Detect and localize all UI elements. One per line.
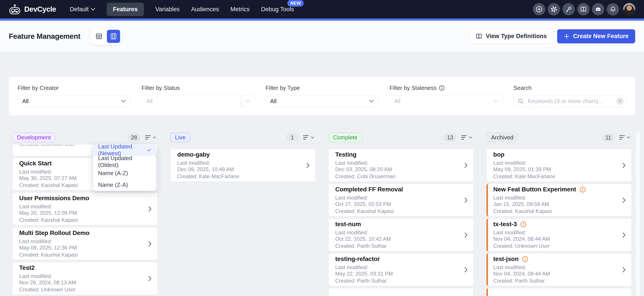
created-by: Created: Kaushal Kapasi	[19, 182, 78, 188]
filter-status-select[interactable]: All	[142, 95, 254, 107]
last-modified-date: Nov 04, 2024, 08:44 AM	[493, 271, 550, 277]
stale-warning-icon	[580, 186, 586, 193]
search-icon	[518, 98, 524, 105]
feature-title-row: New Feat Button Experiment	[493, 186, 586, 193]
info-icon[interactable]	[439, 85, 445, 91]
user-avatar[interactable]	[623, 3, 636, 16]
table-view-button[interactable]	[92, 30, 106, 43]
feature-title-row: bop	[493, 151, 555, 158]
project-selector[interactable]: Default	[70, 6, 96, 13]
feature-card[interactable]: New Feat Button Experiment Last modified…	[486, 184, 632, 217]
filter-type-value: All	[270, 98, 369, 105]
column-sort-button[interactable]	[618, 133, 632, 142]
page-title: Feature Management	[9, 32, 80, 40]
check-icon	[147, 148, 151, 152]
view-toggle	[90, 28, 122, 45]
feature-card[interactable]: User Permissions Demo Last modified: May…	[12, 193, 158, 225]
api-keys-button[interactable]	[562, 3, 575, 15]
sort-lines-icon	[303, 135, 309, 140]
search-field-wrap	[514, 95, 626, 107]
open-feature-chevron-icon	[148, 206, 152, 212]
docs-button[interactable]	[577, 3, 590, 15]
last-modified-label: Last modified:	[177, 160, 239, 166]
devcycle-logo[interactable]: DevCycle	[8, 4, 56, 14]
last-modified-date: May 09, 2025, 01:39 PM	[493, 166, 555, 172]
nav-item-metrics[interactable]: Metrics	[230, 6, 250, 13]
sort-option-name-za[interactable]: Name (Z-A)	[93, 179, 156, 191]
feature-card[interactable]: test-json Last modified: Nov 04, 2024, 0…	[486, 253, 632, 286]
column-status-badge: Live	[170, 133, 190, 142]
create-new-feature-label: Create New Feature	[573, 33, 628, 40]
last-modified-date: Oct 27, 2025, 02:53 PM	[335, 201, 403, 207]
sort-lines-icon	[145, 135, 151, 140]
feature-card[interactable]: Completed FF Removal Last modified: Oct …	[328, 184, 474, 217]
notifications-button[interactable]	[607, 3, 619, 15]
sort-option-name-az[interactable]: Name (A-Z)	[93, 167, 156, 179]
feature-title: Quick Start	[19, 160, 52, 167]
filter-staleness-select[interactable]: All	[390, 95, 502, 107]
filter-creator-select[interactable]: All	[18, 95, 130, 107]
last-modified-date: Nov 04, 2024, 08:44 AM	[493, 236, 550, 242]
feature-title-row: Quick Start	[19, 160, 78, 167]
nav-item-audiences[interactable]: Audiences	[191, 6, 219, 13]
last-modified-date: Dec 09, 2025, 10:49 AM	[177, 166, 239, 172]
created-by: Created: Parth Suthar	[493, 278, 550, 284]
nav-item-label: Debug Tools	[261, 6, 294, 13]
feature-card[interactable]: Multi Step Rollout Demo Last modified: M…	[12, 227, 158, 260]
filter-creator: Filter by Creator All	[18, 85, 130, 107]
feature-card-body: User Permissions Demo Last modified: May…	[19, 195, 89, 223]
book-icon	[580, 6, 587, 13]
chevron-down-icon	[311, 136, 314, 139]
nav-item-label: Features	[113, 6, 138, 13]
sort-option-last-updated-newest[interactable]: Last Updated (Newest)	[93, 144, 156, 156]
column-sort-button[interactable]	[302, 133, 316, 142]
nav-links: Default Features Variables Audiences Met…	[70, 3, 294, 16]
filter-status-value: All	[146, 98, 241, 105]
feature-card[interactable]: testing-refactor Last modified: May 22, …	[328, 253, 474, 286]
feature-card-body: Completed FF Removal Last modified: Oct …	[335, 186, 403, 214]
create-new-feature-button[interactable]: Create New Feature	[557, 29, 635, 43]
feature-title: Completed FF Removal	[335, 186, 403, 193]
feature-card[interactable]: demo-paul Last modified:	[328, 288, 474, 296]
feature-title-row: Multi Step Rollout Demo	[19, 230, 90, 237]
feature-title: tx-test-3	[493, 221, 517, 228]
created-by: Created: Parth Suthar	[335, 278, 393, 284]
last-modified-date: May 20, 2025, 12:09 PM	[19, 210, 89, 216]
chevron-down-icon	[469, 136, 472, 139]
last-modified-label: Last modified:	[19, 273, 76, 279]
nav-item-label: Audiences	[191, 6, 219, 13]
devcycle-logo-icon	[8, 4, 21, 14]
sort-option-last-updated-oldest[interactable]: Last Updated (Oldest)	[93, 156, 156, 167]
feature-card[interactable]: Test2 Last modified: Nov 26, 2024, 08:13…	[12, 262, 158, 295]
column-sort-button[interactable]	[460, 133, 474, 142]
feature-card-body: testing-refactor Last modified: May 22, …	[335, 256, 393, 284]
sort-lines-icon	[461, 135, 467, 140]
column-sort-button[interactable]	[144, 133, 158, 142]
view-type-definitions-button[interactable]: View Type Definitions	[469, 29, 553, 43]
sort-option-label: Name (Z-A)	[98, 182, 128, 188]
feature-card[interactable]: rachel-test Last modified:	[486, 288, 632, 296]
nav-item-variables[interactable]: Variables	[156, 6, 180, 13]
column-development: Development 28 Last modified: Created: U…	[9, 131, 161, 296]
add-button[interactable]	[533, 3, 545, 15]
filter-type-select[interactable]: All	[266, 95, 378, 107]
nav-item-features[interactable]: Features	[107, 3, 144, 16]
nav-item-debug-tools[interactable]: Debug Tools NEW	[261, 6, 294, 13]
feature-title-row: Testing	[335, 151, 396, 158]
clear-search-button[interactable]	[616, 97, 624, 105]
feature-card[interactable]: bop Last modified: May 09, 2025, 01:39 P…	[486, 149, 632, 182]
page-scrollbar[interactable]	[636, 132, 640, 296]
column-cards: bop Last modified: May 09, 2025, 01:39 P…	[486, 144, 632, 296]
feature-card[interactable]: demo-gaby Last modified: Dec 09, 2025, 1…	[170, 149, 316, 182]
header-actions: View Type Definitions Create New Feature	[469, 29, 635, 43]
feature-card[interactable]: Testing Last modified: Dec 03, 2025, 08:…	[328, 149, 474, 182]
kanban-view-button[interactable]	[107, 30, 120, 43]
search-input[interactable]	[514, 95, 626, 107]
discord-button[interactable]	[592, 3, 604, 15]
chevron-down-icon	[245, 100, 250, 103]
project-selector-label: Default	[70, 6, 89, 13]
plus-icon	[564, 33, 570, 39]
feature-card[interactable]: test-num Last modified: Oct 22, 2025, 10…	[328, 219, 474, 251]
feature-card[interactable]: tx-test-3 Last modified: Nov 04, 2024, 0…	[486, 219, 632, 251]
settings-button[interactable]	[548, 3, 560, 15]
